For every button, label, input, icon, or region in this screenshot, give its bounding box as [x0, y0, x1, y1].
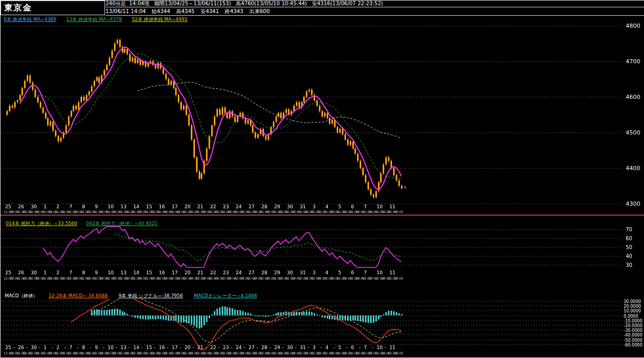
macd-oscillator-item[interactable]: MACDオシレーター=4.1466 [194, 293, 257, 298]
period-low-label: 安4316(13/06/07 22:23:52) [312, 1, 383, 6]
candlestick-chart[interactable] [1, 21, 644, 214]
chart-window: 東京金 240分足14:04現 期間13/04/25～13/06/11(153)… [0, 0, 644, 358]
timeframe-label[interactable]: 240分足 [106, 1, 126, 6]
quote-close: 終4343 [225, 8, 243, 14]
macd-value-item[interactable]: 12-26本 MACD=-34.8488 [49, 293, 108, 298]
rsi-chart[interactable] [1, 226, 644, 282]
rsi42-legend-item[interactable]: 042本 相対力（終値）=40.4021 [86, 221, 158, 226]
quote-datetime: 13/06/11 14:04 [106, 8, 146, 14]
rsi14-legend-item[interactable]: 014本 相対力（終値）=33.5560 [6, 221, 77, 226]
quote-open: 始4344 [152, 8, 170, 14]
chart-info-row: 240分足14:04現 期間13/04/25～13/06/11(153) 高47… [106, 1, 644, 7]
current-time-label: 14:04現 [129, 1, 150, 6]
panel-separator [1, 215, 644, 216]
instrument-title: 東京金 [1, 1, 105, 15]
macd-title-label: MACD（終値） [5, 293, 38, 298]
quote-low: 安4341 [200, 8, 218, 14]
macd-signal-item[interactable]: 9本 単純 シグナル=-38.7956 [119, 293, 183, 298]
period-label: 期間13/04/25～13/06/11(153) [154, 1, 231, 6]
period-high-label: 高4760(13/05/10 10:45:44) [236, 1, 307, 6]
quote-high: 高4345 [176, 8, 194, 14]
quote-row: 13/06/11 14:04 始4344 高4345 安4341 終4343 出… [106, 8, 644, 16]
macd-chart[interactable] [1, 299, 644, 357]
quote-volume: 出来600 [249, 8, 270, 14]
